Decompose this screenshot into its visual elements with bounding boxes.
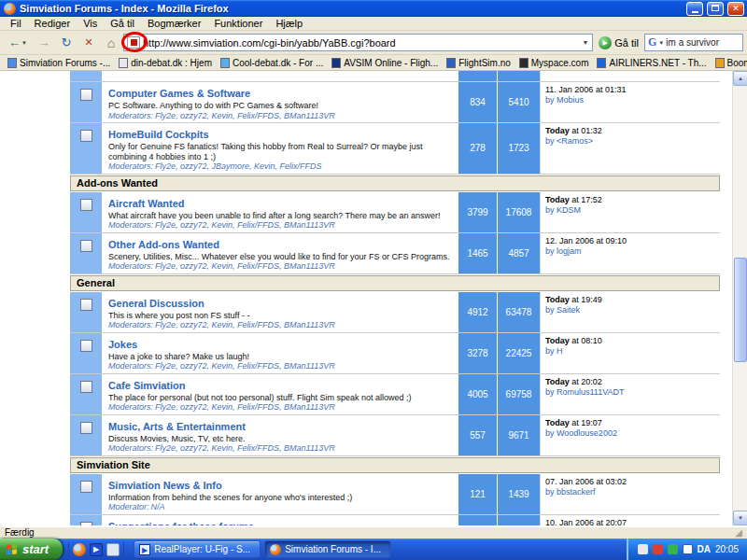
search-box[interactable]: G ▼ xyxy=(644,34,743,51)
resize-grip-icon[interactable]: ◢ xyxy=(735,528,742,538)
last-post-author-link[interactable]: by Romulus111VADT xyxy=(545,387,625,397)
realplayer-tray-icon[interactable] xyxy=(653,544,663,554)
scroll-down-icon[interactable]: ▼ xyxy=(733,511,747,525)
last-post-author-link[interactable]: by logjam xyxy=(545,246,582,256)
last-post-date-bold: Today xyxy=(545,336,570,345)
category-link[interactable]: Simviation Site xyxy=(77,459,150,470)
bookmark-cooldebat[interactable]: Cool-debat.dk - For ... xyxy=(220,58,323,68)
bookmark-dindebat[interactable]: din-debat.dk : Hjem xyxy=(119,58,212,68)
volume-icon[interactable] xyxy=(638,544,648,554)
menu-file[interactable]: Fil xyxy=(4,18,28,29)
board-description: Information from behind the scenes for a… xyxy=(108,493,454,503)
board-icon-cell xyxy=(70,292,103,332)
board-post-count: 1439 xyxy=(497,474,540,514)
board-link[interactable]: General Discussion xyxy=(108,298,204,310)
board-link[interactable]: Cafe Simviation xyxy=(108,380,186,392)
search-engine-dropdown-icon[interactable]: ▼ xyxy=(658,40,664,46)
scrollbar-thumb[interactable] xyxy=(734,258,747,362)
clock[interactable]: 20:05 xyxy=(715,544,739,554)
bookmark-airliners[interactable]: AIRLINERS.NET - Th... xyxy=(597,58,706,68)
board-moderators: Moderators:Fly2e, ozzy72, Kevin, Felix/F… xyxy=(108,261,454,272)
category-link[interactable]: Add-ons Wanted xyxy=(77,177,158,189)
language-indicator[interactable]: DA xyxy=(698,544,711,554)
forum-board-table: Computer Games & Software PC Software. A… xyxy=(70,71,720,525)
board-description: PC Software. Anything to do with PC Game… xyxy=(108,101,454,111)
menu-help[interactable]: Hjælp xyxy=(269,18,309,29)
bookmark-flightsim[interactable]: FlightSim.no xyxy=(446,58,511,68)
url-input[interactable] xyxy=(143,37,577,49)
bookmark-avsim[interactable]: AVSIM Online - Fligh... xyxy=(331,58,438,68)
taskbar-button-realplayer[interactable]: ▶ RealPlayer: U-Fig - S... xyxy=(134,540,261,558)
category-link[interactable]: General xyxy=(77,277,115,288)
bookmark-simviation[interactable]: Simviation Forums -... xyxy=(7,58,110,68)
board-link[interactable]: HomeBuild Cockpits xyxy=(108,129,209,141)
last-post-author-link[interactable]: by KDSM xyxy=(545,205,581,215)
board-link[interactable]: Music, Arts & Entertainment xyxy=(108,421,246,433)
home-button[interactable]: ⌂ xyxy=(101,34,121,52)
system-tray: DA 20:05 xyxy=(627,539,747,560)
board-moderators: Moderators:Fly2e, ozzy72, Kevin, Felix/F… xyxy=(108,220,454,231)
minimize-icon xyxy=(692,11,698,13)
forum-board-row: General Discussion This is where you pos… xyxy=(70,292,720,333)
search-input[interactable] xyxy=(666,37,747,48)
last-post-author-link[interactable]: by <Ramos> xyxy=(545,136,593,146)
board-topic-count: 278 xyxy=(458,123,497,174)
board-link[interactable]: Computer Games & Software xyxy=(108,88,250,100)
forum-board-row: Suggestions for these forums Have you an… xyxy=(70,515,720,526)
moderator-links[interactable]: N/A xyxy=(151,502,165,511)
bookmark-myspace[interactable]: Myspace.com xyxy=(519,58,589,68)
back-dropdown-icon[interactable]: ▼ xyxy=(21,40,27,46)
board-status-icon xyxy=(80,130,92,142)
last-post-date-text: at 19:07 xyxy=(570,418,602,427)
moderator-links[interactable]: Fly2e, ozzy72, Kevin, Felix/FFDS, BMan11… xyxy=(155,361,335,371)
menu-tools[interactable]: Funktioner xyxy=(207,18,269,29)
menu-bookmarks[interactable]: Bogmærker xyxy=(141,18,207,29)
bookmark-boomtown[interactable]: Boomtown xyxy=(715,58,747,68)
moderator-links[interactable]: Fly2e, ozzy72, Kevin, Felix/FFDS, BMan11… xyxy=(155,220,335,230)
start-button[interactable]: start xyxy=(0,539,63,560)
board-link[interactable]: Other Add-ons Wanted xyxy=(108,239,219,251)
board-info-cell: Other Add-ons Wanted Scenery, Utilities,… xyxy=(103,233,458,273)
realplayer-quicklaunch-icon[interactable]: ▶ xyxy=(90,543,103,556)
board-link[interactable]: Jokes xyxy=(108,339,137,351)
forum-board-row: Simviation News & Info Information from … xyxy=(70,474,720,515)
minimize-button[interactable] xyxy=(686,2,703,16)
board-link[interactable]: Simviation News & Info xyxy=(108,480,222,492)
moderator-links[interactable]: Fly2e, ozzy72, Kevin, Felix/FFDS, BMan11… xyxy=(155,320,335,329)
board-post-count: 1723 xyxy=(497,123,540,174)
forward-button[interactable]: → xyxy=(34,34,54,52)
network-icon[interactable] xyxy=(683,544,693,554)
address-bar[interactable]: ▼ xyxy=(123,34,593,51)
board-icon-cell xyxy=(70,374,103,414)
show-desktop-icon[interactable] xyxy=(106,543,120,556)
messenger-icon[interactable] xyxy=(668,544,678,554)
last-post-author-link[interactable]: by Saitek xyxy=(545,305,580,315)
reload-button[interactable]: ↻ xyxy=(56,34,77,52)
menu-go[interactable]: Gå til xyxy=(104,18,141,29)
firefox-quicklaunch-icon[interactable] xyxy=(73,543,86,556)
back-button[interactable]: ←▼ xyxy=(4,34,32,52)
scroll-up-icon[interactable]: ▲ xyxy=(733,71,747,86)
menu-view[interactable]: Vis xyxy=(77,18,104,29)
moderator-links[interactable]: Fly2e, ozzy72, JBaymore, Kevin, Felix/FF… xyxy=(155,161,322,171)
go-button[interactable]: ▶ Gå til xyxy=(595,36,642,49)
board-link[interactable]: Aircraft Wanted xyxy=(108,198,185,210)
menu-edit[interactable]: Rediger xyxy=(28,18,78,29)
maximize-button[interactable] xyxy=(707,2,724,16)
last-post-author-link[interactable]: by Woodlouse2002 xyxy=(545,428,617,438)
category-header: General xyxy=(70,275,720,291)
last-post-author-link[interactable]: by H xyxy=(545,346,563,356)
board-moderators: Moderators:Fly2e, ozzy72, Kevin, Felix/F… xyxy=(108,402,454,413)
moderator-links[interactable]: Fly2e, ozzy72, Kevin, Felix/FFDS, BMan11… xyxy=(155,111,335,120)
url-dropdown-icon[interactable]: ▼ xyxy=(580,39,590,46)
board-description: Scenery, Utilities, Misc... Whatever els… xyxy=(108,252,454,262)
vertical-scrollbar[interactable]: ▲ ▼ xyxy=(732,71,747,525)
close-button[interactable]: ✕ xyxy=(727,2,744,16)
stop-button[interactable]: ✕ xyxy=(78,34,99,52)
last-post-author-link[interactable]: by Mobius xyxy=(545,95,584,105)
taskbar-button-firefox[interactable]: Simviation Forums - I... xyxy=(264,540,391,558)
last-post-author-link[interactable]: by bbstackerf xyxy=(545,487,596,497)
moderator-links[interactable]: Fly2e, ozzy72, Kevin, Felix/FFDS, BMan11… xyxy=(155,402,335,412)
moderator-links[interactable]: Fly2e, ozzy72, Kevin, Felix/FFDS, BMan11… xyxy=(155,261,335,271)
moderator-links[interactable]: Fly2e, ozzy72, Kevin, Felix/FFDS, BMan11… xyxy=(155,443,335,453)
